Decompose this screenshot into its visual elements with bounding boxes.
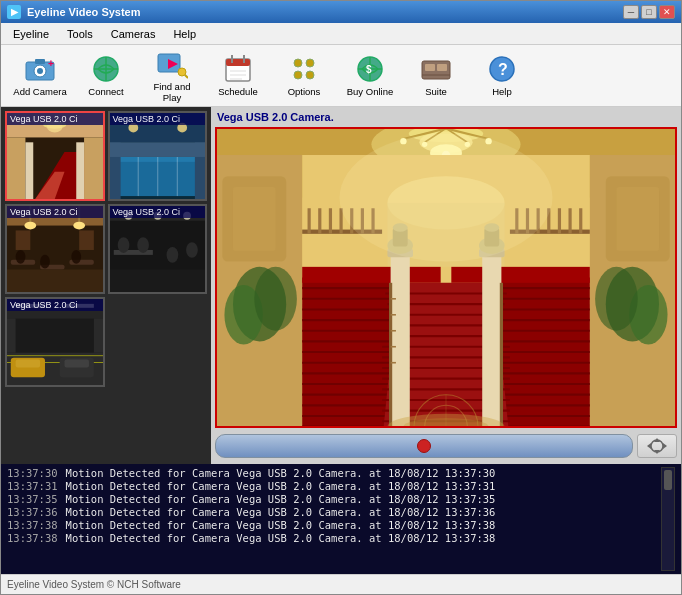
add-camera-button[interactable]: + Add Camera <box>9 50 71 102</box>
svg-rect-111 <box>233 187 276 251</box>
log-row: 13:37:38 Motion Detected for Camera Vega… <box>7 532 659 544</box>
menu-help[interactable]: Help <box>165 26 204 42</box>
log-row: 13:37:31 Motion Detected for Camera Vega… <box>7 480 659 492</box>
svg-point-58 <box>24 222 36 230</box>
svg-point-64 <box>16 250 26 264</box>
log-msg-5: Motion Detected for Camera Vega USB 2.0 … <box>66 519 496 531</box>
playback-position <box>417 439 431 453</box>
svg-rect-69 <box>79 230 94 250</box>
log-msg-1: Motion Detected for Camera Vega USB 2.0 … <box>66 467 496 479</box>
log-scrollbar[interactable] <box>661 467 675 571</box>
add-camera-icon: + <box>24 53 56 85</box>
app-icon: ▶ <box>7 5 21 19</box>
svg-rect-80 <box>110 270 206 292</box>
main-camera-label: Vega USB 2.0 Camera. <box>215 111 677 123</box>
suite-icon <box>420 53 452 85</box>
svg-point-210 <box>595 267 638 331</box>
log-panel: 13:37:30 Motion Detected for Camera Vega… <box>1 464 681 574</box>
svg-point-60 <box>73 222 85 230</box>
camera-thumb-label-4: Vega USB 2.0 Ci <box>110 206 206 218</box>
svg-rect-122 <box>339 208 342 234</box>
svg-point-19 <box>294 59 302 67</box>
find-and-play-button[interactable]: Find and Play <box>141 50 203 102</box>
svg-rect-165 <box>451 267 589 283</box>
svg-rect-68 <box>16 230 31 250</box>
log-msg-2: Motion Detected for Camera Vega USB 2.0 … <box>66 480 496 492</box>
camera-thumbnail-3[interactable]: Vega USB 2.0 Ci <box>5 204 105 294</box>
suite-button[interactable]: Suite <box>405 50 467 102</box>
svg-marker-219 <box>647 443 651 449</box>
svg-point-77 <box>137 237 149 253</box>
svg-rect-131 <box>558 208 561 234</box>
log-msg-4: Motion Detected for Camera Vega USB 2.0 … <box>66 506 496 518</box>
svg-rect-121 <box>329 208 332 234</box>
svg-rect-3 <box>35 59 45 64</box>
buy-online-button[interactable]: $ Buy Online <box>339 50 401 102</box>
svg-rect-91 <box>65 360 89 368</box>
log-time-1: 13:37:30 <box>7 467 58 479</box>
main-camera-panel: Vega USB 2.0 Camera. <box>211 107 681 464</box>
svg-rect-120 <box>318 208 321 234</box>
connect-icon <box>90 53 122 85</box>
camera-thumb-label-1: Vega USB 2.0 Ci <box>7 113 103 125</box>
log-msg-6: Motion Detected for Camera Vega USB 2.0 … <box>66 532 496 544</box>
minimize-button[interactable]: ─ <box>623 5 639 19</box>
camera-thumb-label-3: Vega USB 2.0 Ci <box>7 206 103 218</box>
menu-cameras[interactable]: Cameras <box>103 26 164 42</box>
svg-rect-90 <box>16 360 40 368</box>
svg-rect-149 <box>302 267 440 283</box>
svg-point-215 <box>339 134 552 262</box>
ptz-button[interactable] <box>637 434 677 458</box>
svg-point-20 <box>306 59 314 67</box>
svg-rect-93 <box>94 319 103 353</box>
svg-rect-29 <box>437 64 447 71</box>
buy-online-icon: $ <box>354 53 386 85</box>
menu-eyeline[interactable]: Eyeline <box>5 26 57 42</box>
schedule-button[interactable]: Schedule <box>207 50 269 102</box>
maximize-button[interactable]: □ <box>641 5 657 19</box>
svg-text:+: + <box>48 58 54 69</box>
title-bar: ▶ Eyeline Video System ─ □ ✕ <box>1 1 681 23</box>
log-time-2: 13:37:31 <box>7 480 58 492</box>
add-camera-label: Add Camera <box>13 87 66 97</box>
svg-rect-181 <box>391 251 410 426</box>
window-title: Eyeline Video System <box>27 6 141 18</box>
find-and-play-label: Find and Play <box>143 82 201 103</box>
options-icon <box>288 53 320 85</box>
log-row: 13:37:36 Motion Detected for Camera Vega… <box>7 506 659 518</box>
svg-text:?: ? <box>498 61 508 78</box>
camera-thumbnail-4[interactable]: Vega USB 2.0 Ci <box>108 204 208 294</box>
options-button[interactable]: Options <box>273 50 335 102</box>
playback-bar[interactable] <box>215 434 633 458</box>
title-controls: ─ □ ✕ <box>623 5 675 19</box>
suite-label: Suite <box>425 87 447 97</box>
toolbar: + Add Camera Connect <box>1 45 681 107</box>
svg-point-76 <box>117 237 129 253</box>
options-label: Options <box>288 87 321 97</box>
close-button[interactable]: ✕ <box>659 5 675 19</box>
svg-point-22 <box>306 71 314 79</box>
buy-online-label: Buy Online <box>347 87 393 97</box>
connect-button[interactable]: Connect <box>75 50 137 102</box>
log-row: 13:37:30 Motion Detected for Camera Vega… <box>7 467 659 479</box>
main-window: ▶ Eyeline Video System ─ □ ✕ Eyeline Too… <box>0 0 682 595</box>
svg-point-66 <box>71 250 81 264</box>
svg-rect-114 <box>616 187 659 251</box>
svg-point-207 <box>254 267 297 331</box>
camera-thumb-label-2: Vega USB 2.0 Ci <box>110 113 206 125</box>
svg-rect-40 <box>76 142 84 199</box>
schedule-label: Schedule <box>218 87 258 97</box>
svg-rect-67 <box>7 270 103 292</box>
camera-thumbnail-5[interactable]: Vega USB 2.0 Ci <box>5 297 105 387</box>
svg-rect-39 <box>25 142 33 199</box>
help-button[interactable]: ? Help <box>471 50 533 102</box>
menu-tools[interactable]: Tools <box>59 26 101 42</box>
log-time-5: 13:37:38 <box>7 519 58 531</box>
svg-rect-119 <box>308 208 311 234</box>
camera-thumbnail-2[interactable]: Vega USB 2.0 Ci <box>108 111 208 201</box>
status-text: Eyeline Video System © NCH Software <box>7 579 181 590</box>
camera-thumbnail-1[interactable]: Vega USB 2.0 Ci <box>5 111 105 201</box>
help-icon: ? <box>486 53 518 85</box>
camera-controls <box>215 432 677 460</box>
log-row: 13:37:38 Motion Detected for Camera Vega… <box>7 519 659 531</box>
